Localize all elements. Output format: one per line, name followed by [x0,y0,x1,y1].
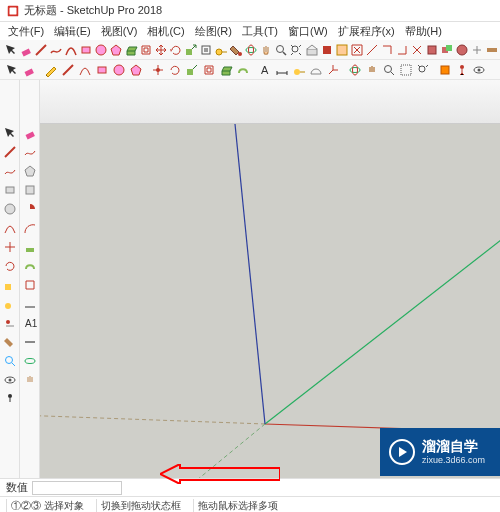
zoom-tool[interactable] [274,42,288,58]
side-offset-tool[interactable] [21,276,39,294]
side-circle-tool[interactable] [1,200,19,218]
arc-tool[interactable] [64,42,78,58]
side-2ptarc-tool[interactable] [21,219,39,237]
tape-tool[interactable] [214,42,228,58]
tape-tool-2[interactable] [291,62,307,78]
offset-tool[interactable] [139,42,153,58]
side-paint-tool[interactable] [1,333,19,351]
side-pie-tool[interactable] [21,200,39,218]
side-zoom-tool[interactable] [1,352,19,370]
menu-help[interactable]: 帮助(H) [401,23,446,40]
scale-tool-2[interactable] [184,62,200,78]
measurement-input[interactable] [32,481,122,495]
pencil-tool[interactable] [43,62,59,78]
pushpull-tool-2[interactable] [218,62,234,78]
line-tool-2[interactable] [60,62,76,78]
menu-edit[interactable]: 编辑(E) [50,23,95,40]
menu-extensions[interactable]: 扩展程序(x) [334,23,399,40]
zoomextents-tool-2[interactable] [415,62,431,78]
side-arc3-tool[interactable] [21,143,39,161]
protractor-tool[interactable] [308,62,324,78]
side-text-tool[interactable] [1,314,19,332]
orbit-tool[interactable] [244,42,258,58]
circle-tool-2[interactable] [111,62,127,78]
rotate-tool-2[interactable] [167,62,183,78]
side-followme-tool[interactable] [21,257,39,275]
side-scale-tool[interactable] [1,276,19,294]
side-dimension-tool[interactable] [21,295,39,313]
side-3dtext-tool[interactable]: A1 [21,314,39,332]
generic-tool-1[interactable] [350,42,364,58]
side-freehand-tool[interactable] [1,162,19,180]
pan-tool-2[interactable] [364,62,380,78]
generic-tool-5[interactable] [410,42,424,58]
move-tool[interactable] [154,42,168,58]
eraser-tool[interactable] [19,42,33,58]
zoom-tool-2[interactable] [381,62,397,78]
side-rect-tool[interactable] [1,181,19,199]
polygon-tool[interactable] [109,42,123,58]
rect-tool-2[interactable] [94,62,110,78]
side-rotrect-tool[interactable] [21,181,39,199]
pan-tool[interactable] [259,42,273,58]
side-rotate-tool[interactable] [1,257,19,275]
extension-tool[interactable] [320,42,334,58]
zoomextents-tool[interactable] [289,42,303,58]
circle-tool[interactable] [94,42,108,58]
menu-tools[interactable]: 工具(T) [238,23,282,40]
eraser-tool-2[interactable] [21,62,37,78]
zoomwindow-tool[interactable] [398,62,414,78]
solid-tool-2[interactable] [440,42,454,58]
freehand-tool[interactable] [49,42,63,58]
side-section-tool[interactable] [21,333,39,351]
walk-tool[interactable] [454,62,470,78]
menu-window[interactable]: 窗口(W) [284,23,332,40]
side-eraser-tool[interactable] [21,124,39,142]
side-move-tool[interactable] [1,238,19,256]
line-tool[interactable] [34,42,48,58]
axes-tool[interactable] [325,62,341,78]
rectangle-tool[interactable] [79,42,93,58]
orbit-tool-2[interactable] [347,62,363,78]
generic-tool-7[interactable] [485,42,499,58]
pushpull-tool[interactable] [124,42,138,58]
layout-tool[interactable] [335,42,349,58]
side-pushpull-tool[interactable] [21,238,39,256]
viewport[interactable] [40,80,500,478]
text-tool[interactable]: A [257,62,273,78]
paint-tool[interactable] [229,42,243,58]
viewport-canvas[interactable] [40,124,500,478]
side-select-tool[interactable] [1,124,19,142]
menu-view[interactable]: 视图(V) [97,23,142,40]
solid-tool-3[interactable] [455,42,469,58]
scale-tool[interactable] [184,42,198,58]
menu-camera[interactable]: 相机(C) [143,23,188,40]
side-orbit-tool[interactable] [21,352,39,370]
arc-tool-2[interactable] [77,62,93,78]
generic-tool-3[interactable] [380,42,394,58]
select-tool[interactable] [4,42,18,58]
side-eye-tool[interactable] [1,371,19,389]
side-walk-tool[interactable] [1,390,19,408]
side-tape-tool[interactable] [1,295,19,313]
side-polygon-tool[interactable] [21,162,39,180]
side-line-tool[interactable] [1,143,19,161]
generic-tool-2[interactable] [365,42,379,58]
move-tool-2[interactable] [150,62,166,78]
side-pan-tool[interactable] [21,371,39,389]
warehouse-tool[interactable] [305,42,319,58]
look-tool[interactable] [471,62,487,78]
dimension-tool[interactable] [274,62,290,78]
section-tool[interactable] [437,62,453,78]
solid-tool-1[interactable] [425,42,439,58]
generic-tool-4[interactable] [395,42,409,58]
rotate-tool[interactable] [169,42,183,58]
followme-tool[interactable] [235,62,251,78]
generic-tool-6[interactable] [470,42,484,58]
makecomponent-tool[interactable] [199,42,213,58]
side-arc-tool[interactable] [1,219,19,237]
select-tool-2[interactable] [4,62,20,78]
offset-tool-2[interactable] [201,62,217,78]
menu-file[interactable]: 文件(F) [4,23,48,40]
polygon-tool-2[interactable] [128,62,144,78]
